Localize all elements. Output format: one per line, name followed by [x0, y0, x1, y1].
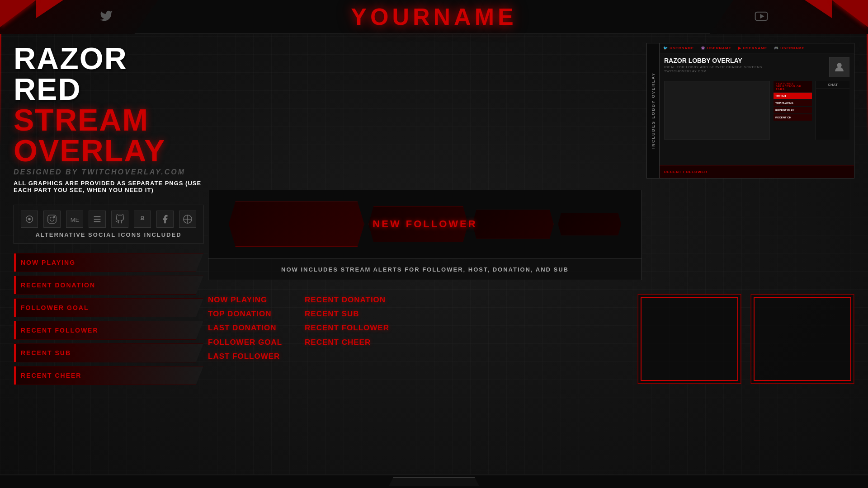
header-title: YOURNAME [351, 3, 517, 30]
lobby-website: TWITCHOVERLAY.COM [664, 70, 762, 73]
social-icon-8 [179, 211, 196, 228]
svg-point-3 [28, 218, 31, 221]
social-icons-row: ME [21, 211, 196, 228]
info-bar-label-3: FOLLOWER GOAL [21, 304, 89, 311]
lobby-recent-label: RECENT FOLLOWER [664, 170, 708, 174]
lobby-tabs-header: FEATURES SELECTION OF TABS [774, 81, 812, 92]
lobby-title-group: RAZOR LOBBY OVERLAY IDEAL FOR LOBBY AND … [664, 57, 762, 73]
info-bar-label-6: RECENT CHEER [21, 372, 81, 379]
alert-section: NEW FOLLOWER NOW INCLUDES STREAM ALERTS … [208, 190, 642, 280]
lobby-username-4: 🎮 USERNAME [774, 46, 805, 50]
left-column: RAZOR RED STREAM OVERLAY DESIGNED BY TWI… [14, 43, 203, 385]
panel-item-3: LAST DONATION [208, 322, 282, 334]
info-bar-label-4: RECENT FOLLOWER [21, 327, 99, 334]
social-icon-6 [134, 211, 151, 228]
title-razor: RAZOR RED [14, 43, 203, 104]
lobby-username-3: ▶ USERNAME [738, 46, 767, 50]
lobby-preview: INCLUDES LOBBY OVERLAY 🐦 USERNAME 👾 USER… [646, 43, 854, 178]
panel-item-6: RECENT DONATION [305, 294, 389, 306]
lobby-username-2: 👾 USERNAME [701, 46, 731, 50]
social-icon-7 [156, 211, 174, 228]
svg-point-6 [54, 216, 55, 218]
info-bar-recent-cheer: RECENT CHEER [14, 366, 203, 385]
alert-bottom-area: NOW INCLUDES STREAM ALERTS FOR FOLLOWER,… [208, 258, 642, 281]
svg-point-10 [837, 63, 841, 67]
lobby-sidebar: INCLUDES LOBBY OVERLAY [647, 43, 660, 178]
svg-point-5 [50, 217, 54, 221]
cam-frames [637, 294, 854, 384]
info-bar-now-playing: NOW PLAYING [14, 253, 203, 272]
lobby-chat-panel: CHAT [816, 81, 849, 140]
subtitle-bold: ALL GRAPHICS ARE PROVIDED AS SEPARATE PN… [14, 180, 183, 187]
lobby-tab-1: TWITCH [774, 93, 812, 99]
title-stream-overlay: STREAM OVERLAY [14, 104, 203, 166]
social-icon-1 [21, 211, 38, 228]
lobby-title-text: RAZOR LOBBY OVERLAY [664, 57, 762, 65]
social-icons-box: ME ALTERNATIVE SOCIAL ICONS INCLU [14, 205, 203, 244]
lobby-tab-2: TOP PLAYING [774, 100, 812, 106]
info-bar-label-1: NOW PLAYING [21, 259, 75, 266]
decent-followed: decent followeD [14, 458, 162, 472]
svg-point-8 [141, 216, 144, 219]
social-icon-2 [43, 211, 61, 228]
social-icon-5 [111, 211, 128, 228]
panel-item-7: RECENT SUB [305, 308, 389, 320]
bottom-bar [0, 474, 868, 488]
subtitle-graphics: ALL GRAPHICS ARE PROVIDED AS SEPARATE PN… [14, 180, 203, 193]
cam-frame-1-inner [641, 297, 738, 381]
lobby-title-area: RAZOR LOBBY OVERLAY IDEAL FOR LOBBY AND … [660, 53, 854, 81]
panel-lists: NOW PLAYING TOP DONATION LAST DONATION F… [208, 294, 412, 362]
chevron-1 [229, 202, 364, 247]
info-bars: NOW PLAYING RECENT DONATION FOLLOWER GOA… [14, 253, 203, 385]
chevron-4 [558, 213, 621, 235]
cam-frame-2 [750, 294, 854, 384]
alt-social-label: ALTERNATIVE SOCIAL ICONS INCLUDED [21, 231, 196, 238]
header-bar: YOURNAME [0, 0, 868, 34]
panel-item-8: RECENT FOLLOWER [305, 322, 389, 334]
alert-display: NEW FOLLOWER [208, 190, 642, 258]
lobby-chat-label: CHAT [816, 81, 849, 89]
lobby-tab-4: RECENT CH [774, 114, 812, 121]
corner-accent-left [0, 0, 81, 27]
twitter-icon [99, 9, 113, 26]
panel-col-1: NOW PLAYING TOP DONATION LAST DONATION F… [208, 294, 282, 362]
lobby-top-bar: 🐦 USERNAME 👾 USERNAME ▶ USERNAME 🎮 USERN… [660, 43, 854, 53]
panel-item-2: TOP DONATION [208, 308, 282, 320]
bottom-center-accent [389, 477, 479, 486]
panel-item-5: LAST FOLLOWER [208, 350, 282, 362]
lobby-content-row: FEATURES SELECTION OF TABS TWITCH TOP PL… [660, 81, 854, 140]
lobby-username-1: 🐦 USERNAME [663, 46, 694, 50]
cam-frame-2-inner [754, 297, 851, 381]
svg-marker-1 [760, 14, 764, 19]
social-icon-4 [89, 211, 106, 228]
lobby-subtitle: IDEAL FOR LOBBY AND SERVER CHANGE SCREEN… [664, 66, 762, 69]
chevron-3 [472, 210, 554, 239]
panel-item-4: FOLLOWER GOAL [208, 336, 282, 348]
corner-accent-right [787, 0, 868, 27]
info-bar-label-2: RECENT DONATION [21, 282, 95, 289]
lobby-recent-follower-bar: RECENT FOLLOWER [660, 165, 854, 178]
youtube-icon [754, 9, 769, 27]
panel-col-2: RECENT DONATION RECENT SUB RECENT FOLLOW… [305, 294, 389, 362]
lobby-tabs-panel: FEATURES SELECTION OF TABS TWITCH TOP PL… [774, 81, 812, 140]
panel-item-1: NOW PLAYING [208, 294, 282, 306]
main-content: RAZOR RED STREAM OVERLAY DESIGNED BY TWI… [0, 36, 868, 474]
info-bar-label-5: RECENT SUB [21, 349, 71, 357]
subtitle-designed: DESIGNED BY TWITCHOVERLAY.COM [14, 168, 203, 176]
info-bar-recent-follower: RECENT FOLLOWER [14, 321, 203, 340]
alert-new-follower-label: NEW FOLLOWER [373, 218, 477, 230]
lobby-main: 🐦 USERNAME 👾 USERNAME ▶ USERNAME 🎮 USERN… [660, 43, 854, 178]
info-bar-follower-goal: FOLLOWER GOAL [14, 298, 203, 317]
panel-item-9: RECENT CHEER [305, 336, 389, 348]
info-bar-recent-donation: RECENT DONATION [14, 276, 203, 295]
info-bar-recent-sub: RECENT SUB [14, 343, 203, 362]
lobby-sidebar-text: INCLUDES LOBBY OVERLAY [651, 72, 656, 149]
social-icon-3: ME [66, 211, 83, 228]
alert-bottom-label: NOW INCLUDES STREAM ALERTS FOR FOLLOWER,… [281, 266, 569, 273]
lobby-game-preview [664, 81, 770, 140]
lobby-tab-3: RECENT PLAY [774, 107, 812, 113]
cam-frame-1 [637, 294, 741, 384]
svg-text:ME: ME [71, 216, 79, 223]
lobby-avatar [829, 57, 849, 77]
